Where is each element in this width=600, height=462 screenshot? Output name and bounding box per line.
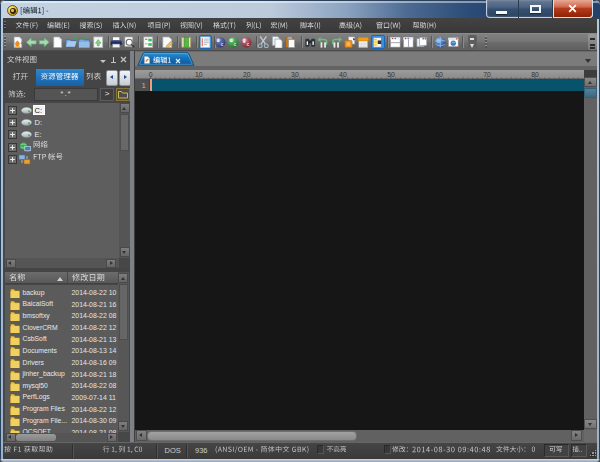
svg-text:50: 50 — [387, 71, 395, 78]
svg-text:10: 10 — [195, 71, 203, 78]
svg-text:0: 0 — [149, 71, 153, 78]
svg-text:g: g — [243, 38, 246, 43]
svg-text:20: 20 — [243, 71, 251, 78]
svg-text:40: 40 — [339, 71, 347, 78]
svg-text:80: 80 — [531, 71, 539, 78]
svg-text:70: 70 — [483, 71, 491, 78]
svg-text:60: 60 — [435, 71, 443, 78]
svg-text:u: u — [230, 38, 233, 43]
svg-text:30: 30 — [291, 71, 299, 78]
